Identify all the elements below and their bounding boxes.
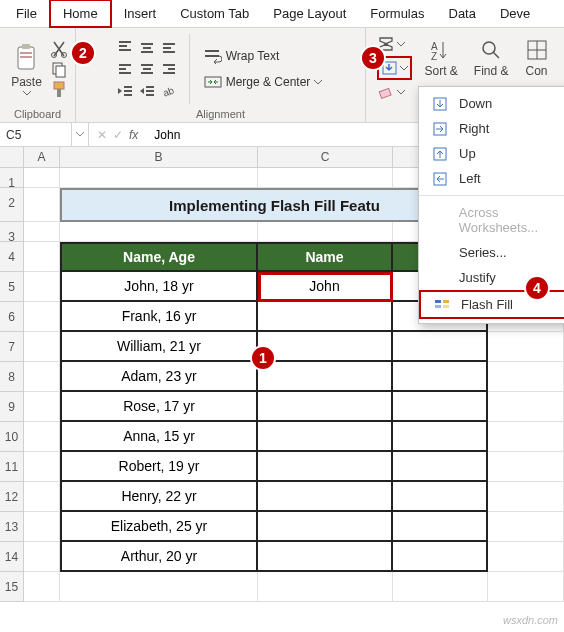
cell[interactable] xyxy=(488,542,564,572)
cell-c5[interactable]: John xyxy=(258,272,393,302)
cell[interactable] xyxy=(24,332,60,362)
table-cell[interactable] xyxy=(258,302,393,332)
cell[interactable] xyxy=(24,302,60,332)
row-header[interactable]: 6 xyxy=(0,302,24,332)
cell[interactable] xyxy=(60,168,258,188)
table-cell[interactable]: Robert, 19 yr xyxy=(60,452,258,482)
fill-down[interactable]: Down xyxy=(419,91,564,116)
tab-home[interactable]: Home xyxy=(49,0,112,28)
tab-formulas[interactable]: Formulas xyxy=(358,1,436,26)
row-header[interactable]: 4 xyxy=(0,242,24,272)
align-center-icon[interactable] xyxy=(139,62,155,76)
row-header[interactable]: 1 xyxy=(0,168,24,188)
table-cell[interactable]: Frank, 16 yr xyxy=(60,302,258,332)
tab-custom[interactable]: Custom Tab xyxy=(168,1,261,26)
table-cell[interactable] xyxy=(393,452,488,482)
find-select-button[interactable]: Find & xyxy=(470,36,513,80)
cell[interactable] xyxy=(24,572,60,602)
cell[interactable] xyxy=(488,362,564,392)
table-cell[interactable] xyxy=(258,542,393,572)
table-cell[interactable] xyxy=(258,392,393,422)
col-header-a[interactable]: A xyxy=(24,147,60,167)
cell[interactable] xyxy=(488,332,564,362)
cell[interactable] xyxy=(24,542,60,572)
cell[interactable] xyxy=(24,188,60,222)
cell[interactable] xyxy=(393,572,488,602)
table-cell[interactable] xyxy=(393,482,488,512)
cell[interactable] xyxy=(24,362,60,392)
cell[interactable] xyxy=(24,392,60,422)
col-header-c[interactable]: C xyxy=(258,147,393,167)
increase-indent-icon[interactable] xyxy=(139,84,155,98)
cell[interactable] xyxy=(24,222,60,242)
row-header[interactable]: 12 xyxy=(0,482,24,512)
table-cell[interactable] xyxy=(393,332,488,362)
table-cell[interactable]: Elizabeth, 25 yr xyxy=(60,512,258,542)
cell[interactable] xyxy=(24,422,60,452)
format-painter-icon[interactable] xyxy=(50,80,68,98)
cell[interactable] xyxy=(60,572,258,602)
row-header[interactable]: 2 xyxy=(0,188,24,222)
table-cell[interactable] xyxy=(393,512,488,542)
cell[interactable] xyxy=(488,572,564,602)
wrap-text-button[interactable]: Wrap Text xyxy=(200,46,327,66)
cell[interactable] xyxy=(258,222,393,242)
table-cell[interactable]: Henry, 22 yr xyxy=(60,482,258,512)
table-cell[interactable] xyxy=(258,422,393,452)
table-cell[interactable] xyxy=(258,332,393,362)
cell[interactable] xyxy=(488,482,564,512)
orientation-icon[interactable]: ab xyxy=(161,84,177,98)
cell[interactable] xyxy=(488,392,564,422)
row-header[interactable]: 15 xyxy=(0,572,24,602)
select-all-corner[interactable] xyxy=(0,147,24,167)
enter-icon[interactable]: ✓ xyxy=(113,128,123,142)
cell[interactable] xyxy=(24,242,60,272)
table-header-c[interactable]: Name xyxy=(258,242,393,272)
cell[interactable] xyxy=(488,512,564,542)
table-cell[interactable] xyxy=(258,512,393,542)
cell[interactable] xyxy=(24,272,60,302)
table-header-b[interactable]: Name, Age xyxy=(60,242,258,272)
table-cell[interactable] xyxy=(258,452,393,482)
table-cell[interactable]: William, 21 yr xyxy=(60,332,258,362)
table-cell[interactable] xyxy=(393,422,488,452)
cell[interactable] xyxy=(24,168,60,188)
row-header[interactable]: 5 xyxy=(0,272,24,302)
decrease-indent-icon[interactable] xyxy=(117,84,133,98)
cell[interactable] xyxy=(24,482,60,512)
table-cell[interactable]: Anna, 15 yr xyxy=(60,422,258,452)
table-cell[interactable] xyxy=(258,482,393,512)
col-header-b[interactable]: B xyxy=(60,147,258,167)
row-header[interactable]: 14 xyxy=(0,542,24,572)
cell[interactable] xyxy=(488,452,564,482)
fx-icon[interactable]: fx xyxy=(129,128,138,142)
paste-button[interactable]: Paste xyxy=(7,41,46,98)
row-header[interactable]: 9 xyxy=(0,392,24,422)
table-cell[interactable] xyxy=(393,392,488,422)
copy-icon[interactable] xyxy=(50,60,68,78)
row-header[interactable]: 7 xyxy=(0,332,24,362)
cell[interactable] xyxy=(258,168,393,188)
table-cell[interactable]: Rose, 17 yr xyxy=(60,392,258,422)
fill-up[interactable]: Up xyxy=(419,141,564,166)
fill-left[interactable]: Left xyxy=(419,166,564,191)
align-right-icon[interactable] xyxy=(161,62,177,76)
cut-icon[interactable] xyxy=(50,40,68,58)
tab-insert[interactable]: Insert xyxy=(112,1,169,26)
row-header[interactable]: 8 xyxy=(0,362,24,392)
fill-series[interactable]: Series... xyxy=(419,240,564,265)
row-header[interactable]: 10 xyxy=(0,422,24,452)
cell[interactable] xyxy=(24,512,60,542)
name-box[interactable]: C5 xyxy=(0,123,72,146)
tab-data[interactable]: Data xyxy=(437,1,488,26)
row-header[interactable]: 11 xyxy=(0,452,24,482)
fill-right[interactable]: Right xyxy=(419,116,564,141)
align-bottom-icon[interactable] xyxy=(161,40,177,54)
tab-developer[interactable]: Deve xyxy=(488,1,542,26)
table-cell[interactable] xyxy=(393,362,488,392)
cell[interactable] xyxy=(258,572,393,602)
merge-center-button[interactable]: Merge & Center xyxy=(200,72,327,92)
cell[interactable] xyxy=(24,452,60,482)
row-header[interactable]: 13 xyxy=(0,512,24,542)
table-cell[interactable] xyxy=(393,542,488,572)
